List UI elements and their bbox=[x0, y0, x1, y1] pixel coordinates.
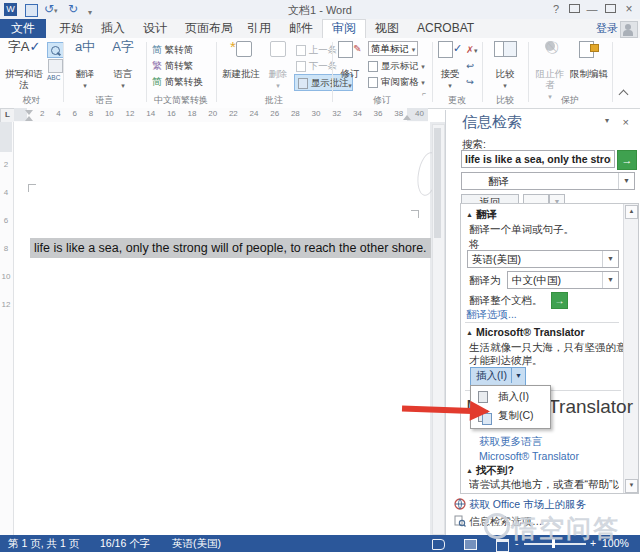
reject-button[interactable]: ✗▾ bbox=[466, 42, 477, 57]
translate-whole-label: 翻译整个文档。 bbox=[469, 294, 543, 308]
tab-home[interactable]: 开始 bbox=[50, 19, 92, 38]
collapse-ribbon-button[interactable] bbox=[620, 88, 627, 100]
insert-split-button[interactable]: 插入(I) ▼ bbox=[470, 367, 526, 386]
tab-mailings[interactable]: 邮件 bbox=[280, 19, 322, 38]
word-count-indicator[interactable]: 16/16 个字 bbox=[100, 535, 150, 552]
block-authors-button[interactable]: ⃠ 阻止作者▾ bbox=[532, 41, 568, 101]
pane-title: 信息检索 bbox=[462, 113, 522, 132]
restrict-editing-icon bbox=[570, 41, 608, 67]
ribbon: 字A✓ 拼写和语法 ABC 校对 a中 翻译▾ A字 语言▾ 语言 简 繁转简 … bbox=[0, 38, 640, 109]
scrollbar-thumb[interactable] bbox=[434, 128, 441, 238]
language-button[interactable]: A字 语言▾ bbox=[106, 41, 140, 90]
scope-dropdown[interactable]: 翻译 ▼ bbox=[461, 172, 635, 190]
tab-review[interactable]: 审阅 bbox=[322, 19, 366, 39]
read-mode-icon[interactable] bbox=[432, 539, 445, 550]
translate-button[interactable]: a中 翻译▾ bbox=[68, 41, 102, 90]
print-layout-icon[interactable] bbox=[464, 539, 477, 550]
office-marketplace-link[interactable]: 获取 Office 市场上的服务 bbox=[454, 498, 586, 512]
next-change-button[interactable]: ↪ bbox=[466, 74, 474, 89]
horizontal-ruler[interactable]: 246810121416182022242628303234363840 bbox=[14, 108, 428, 123]
delete-comment-button[interactable]: 删除▾ bbox=[264, 41, 292, 90]
indent-marker-right[interactable] bbox=[403, 115, 411, 120]
tab-references[interactable]: 引用 bbox=[238, 19, 280, 38]
selected-text[interactable]: life is like a sea, only the strong will… bbox=[30, 238, 431, 258]
get-more-languages-link[interactable]: 获取更多语言 bbox=[479, 435, 542, 449]
research-options-icon bbox=[454, 515, 466, 527]
spelling-grammar-button[interactable]: 字A✓ 拼写和语法 bbox=[2, 41, 46, 90]
search-icon bbox=[51, 46, 60, 55]
ribbon-display-button[interactable] bbox=[566, 2, 582, 16]
convert-button[interactable]: 简 简繁转换 bbox=[152, 74, 203, 89]
next-comment-icon bbox=[296, 61, 306, 72]
pane-options-icon[interactable]: ▾ bbox=[605, 116, 609, 125]
avatar[interactable] bbox=[620, 21, 638, 38]
trad-to-simp-icon: 简 bbox=[152, 44, 162, 55]
pane-close-icon[interactable]: × bbox=[623, 116, 629, 128]
chevron-down-icon: ▼ bbox=[602, 272, 618, 288]
translation-options-link[interactable]: 翻译选项... bbox=[466, 308, 517, 322]
reviewing-pane-button[interactable]: 审阅窗格 ▾ bbox=[368, 74, 425, 89]
help-button[interactable]: ? bbox=[548, 2, 564, 16]
tab-insert[interactable]: 插入 bbox=[92, 19, 134, 38]
document-area: 2 4 6 8 10 12 life is like a sea, only t… bbox=[0, 122, 445, 535]
restrict-editing-button[interactable]: 限制编辑 bbox=[570, 41, 608, 79]
start-search-button[interactable]: → bbox=[617, 150, 637, 170]
notfound-hint: 请尝试其他地方，或查看“帮助”以获取 bbox=[469, 478, 619, 492]
section-translator-header[interactable]: ▲Microsoft® Translator bbox=[466, 326, 585, 338]
previous-change-button[interactable]: ↩ bbox=[466, 58, 474, 73]
results-box: ▲翻译 翻译一个单词或句子。 将 英语(美国) ▼ 翻译为 中文(中国) ▼ 翻… bbox=[460, 203, 639, 494]
next-comment-button[interactable]: 下一条 bbox=[296, 58, 337, 73]
compare-button[interactable]: 比较▾ bbox=[488, 41, 522, 90]
indent-marker-first-line[interactable] bbox=[25, 110, 33, 115]
tab-file[interactable]: 文件 bbox=[0, 19, 46, 38]
tab-layout[interactable]: 页面布局 bbox=[176, 19, 242, 38]
block-authors-icon: ⃠ bbox=[532, 41, 568, 67]
document-page[interactable]: life is like a sea, only the strong will… bbox=[14, 122, 430, 535]
scroll-up-icon[interactable]: ▲ bbox=[625, 205, 638, 219]
translate-whole-button[interactable]: → bbox=[551, 292, 568, 309]
show-markup-icon bbox=[368, 61, 378, 72]
document-scrollbar[interactable] bbox=[432, 124, 445, 535]
tab-design[interactable]: 设计 bbox=[134, 19, 176, 38]
research-pane: 信息检索 ▾ × 搜索: → 翻译 ▼ ← 返回 ▼ → ▼ ▲翻译 翻译一个单… bbox=[445, 110, 640, 535]
word-count-button[interactable]: ABC bbox=[47, 75, 60, 81]
results-scrollbar[interactable]: ▲ ▼ bbox=[623, 204, 638, 493]
simp-to-trad-button[interactable]: 繁 简转繁 bbox=[152, 58, 193, 73]
search-input[interactable] bbox=[461, 150, 615, 168]
group-changes: 更改 bbox=[432, 94, 482, 107]
chevron-down-icon[interactable]: ▼ bbox=[511, 368, 525, 383]
to-dropdown[interactable]: 中文(中国) ▼ bbox=[507, 271, 619, 289]
simp-to-trad-icon: 繁 bbox=[152, 60, 162, 71]
restore-button[interactable] bbox=[602, 2, 618, 16]
previous-comment-button[interactable]: 上一条 bbox=[296, 42, 337, 57]
language-indicator[interactable]: 英语(美国) bbox=[172, 535, 221, 552]
markup-mode-combo[interactable]: 简单标记 ▾ bbox=[368, 41, 418, 56]
thesaurus-button[interactable] bbox=[48, 59, 63, 73]
group-conversion: 中文简繁转换 bbox=[146, 94, 216, 107]
group-tracking: 修订 bbox=[332, 94, 432, 107]
tab-acrobat[interactable]: ACROBAT bbox=[408, 19, 483, 38]
close-button[interactable]: × bbox=[621, 2, 637, 16]
tab-view[interactable]: 视图 bbox=[366, 19, 408, 38]
from-dropdown[interactable]: 英语(美国) ▼ bbox=[467, 250, 619, 268]
show-markup-button[interactable]: 显示标记 ▾ bbox=[368, 58, 425, 73]
minimize-button[interactable]: — bbox=[584, 2, 600, 16]
accept-button[interactable]: ✓ 接受▾ bbox=[436, 41, 464, 90]
sign-in-link[interactable]: 登录 bbox=[596, 19, 618, 38]
page-indicator[interactable]: 第 1 页, 共 1 页 bbox=[8, 535, 79, 552]
translate-desc: 翻译一个单词或句子。 bbox=[469, 223, 574, 237]
indent-marker-hanging[interactable] bbox=[25, 116, 33, 121]
scroll-down-icon[interactable]: ▼ bbox=[625, 479, 638, 493]
tab-selector[interactable]: L bbox=[0, 108, 15, 123]
translator-link[interactable]: Microsoft® Translator bbox=[479, 450, 579, 462]
vertical-ruler[interactable]: 2 4 6 8 10 12 bbox=[0, 122, 14, 535]
track-changes-button[interactable]: ✎ 修订▾ bbox=[336, 41, 364, 90]
research-button[interactable] bbox=[47, 42, 64, 58]
previous-comment-icon bbox=[296, 45, 306, 56]
annotation-arrow bbox=[402, 397, 491, 422]
new-comment-button[interactable]: * 新建批注 bbox=[220, 41, 262, 79]
section-translate-header[interactable]: ▲翻译 bbox=[466, 208, 497, 222]
trad-to-simp-button[interactable]: 简 繁转简 bbox=[152, 42, 193, 57]
delete-comment-icon bbox=[264, 41, 292, 67]
section-notfound-header[interactable]: ▲找不到? bbox=[466, 464, 514, 478]
